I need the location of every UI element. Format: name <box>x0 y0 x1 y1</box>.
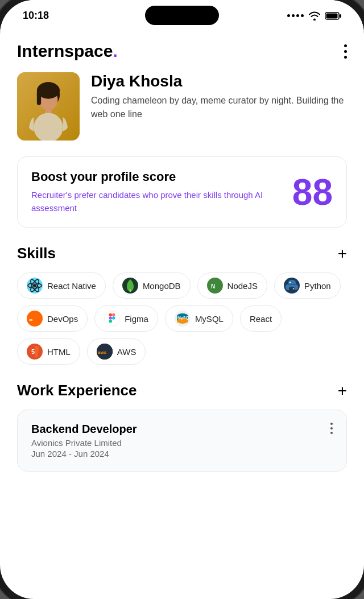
profile-section: Diya Khosla Coding chameleon by day, mem… <box>17 72 347 141</box>
svg-text:N: N <box>211 283 215 290</box>
skills-title: Skills <box>17 245 56 262</box>
work-experience-section: Work Experience + Backend Developer Avio… <box>17 382 347 472</box>
svg-rect-2 <box>326 13 338 18</box>
more-options-button[interactable] <box>344 44 347 59</box>
dynamic-island <box>145 6 219 25</box>
phone-frame: 10:18 Internspace. <box>0 0 364 599</box>
boost-subtitle: Recruiter's prefer candidates who prove … <box>31 189 283 214</box>
svg-rect-22 <box>109 317 113 320</box>
menu-dot <box>344 44 347 47</box>
mysql-icon: MySQL <box>175 311 191 327</box>
skill-label: HTML <box>47 347 71 357</box>
work-dates: Jun 2024 - Jun 2024 <box>31 449 137 458</box>
svg-rect-6 <box>37 90 41 105</box>
devops-icon: ∞ <box>27 311 43 327</box>
skill-label: React <box>250 314 272 324</box>
skill-chip-mongodb[interactable]: MongoDB <box>113 272 191 299</box>
svg-text:aws: aws <box>98 350 107 355</box>
aws-icon: aws <box>97 344 113 360</box>
svg-rect-20 <box>109 313 113 317</box>
boost-card[interactable]: Boost your profile score Recruiter's pre… <box>17 156 347 228</box>
boost-title: Boost your profile score <box>31 170 283 184</box>
skill-chip-mysql[interactable]: MySQL MySQL <box>165 305 233 332</box>
status-bar: 10:18 <box>0 0 364 31</box>
skill-chip-aws[interactable]: aws AWS <box>87 338 146 365</box>
skill-label: AWS <box>117 347 136 357</box>
work-options-button[interactable] <box>330 423 333 434</box>
svg-rect-1 <box>340 14 341 18</box>
work-experience-title: Work Experience <box>17 382 137 399</box>
profile-bio: Coding chameleon by day, meme curator by… <box>91 94 347 121</box>
profile-name: Diya Khosla <box>91 72 347 90</box>
profile-info: Diya Khosla Coding chameleon by day, mem… <box>91 72 347 121</box>
html-icon: 5 <box>27 344 43 360</box>
skill-chip-nodejs[interactable]: N NodeJS <box>197 272 267 299</box>
work-company: Avionics Private Limited <box>31 438 137 448</box>
figma-icon <box>104 311 120 327</box>
svg-rect-23 <box>112 317 115 320</box>
python-icon <box>284 278 300 294</box>
skill-label: Figma <box>125 314 148 324</box>
wifi-icon <box>308 11 321 20</box>
svg-point-17 <box>293 288 294 290</box>
skill-label: React Native <box>47 281 96 291</box>
menu-dot <box>344 56 347 59</box>
boost-text-area: Boost your profile score Recruiter's pre… <box>31 170 283 214</box>
profile-score: 88 <box>292 174 333 210</box>
skill-chip-devops[interactable]: ∞ DevOps <box>17 305 88 332</box>
react-native-icon <box>27 278 43 294</box>
skill-label: NodeJS <box>228 281 258 291</box>
main-content: Internspace. <box>0 31 364 599</box>
mongodb-icon <box>122 278 138 294</box>
svg-text:MySQL: MySQL <box>177 316 191 320</box>
skill-chip-react[interactable]: React <box>240 305 282 332</box>
skill-chip-figma[interactable]: Figma <box>94 305 158 332</box>
skills-header: Skills + <box>17 245 347 262</box>
status-icons <box>287 11 341 20</box>
menu-dot <box>330 423 333 425</box>
skill-label: Python <box>304 281 331 291</box>
skill-label: MySQL <box>195 314 224 324</box>
svg-point-9 <box>33 284 36 287</box>
skills-section: Skills + React Native MongoDB <box>17 245 347 365</box>
avatar-image <box>17 72 80 141</box>
work-experience-header: Work Experience + <box>17 382 347 399</box>
signal-dots-icon <box>287 14 304 17</box>
nodejs-icon: N <box>207 278 223 294</box>
skill-chip-python[interactable]: Python <box>274 272 341 299</box>
work-card-0: Backend Developer Avionics Private Limit… <box>17 410 347 472</box>
work-card-details: Backend Developer Avionics Private Limit… <box>31 423 137 458</box>
svg-rect-21 <box>112 313 115 317</box>
battery-icon <box>325 12 341 20</box>
status-time: 10:18 <box>23 10 49 22</box>
svg-text:5: 5 <box>31 348 35 355</box>
work-title: Backend Developer <box>31 423 137 436</box>
svg-point-8 <box>34 113 63 141</box>
app-header: Internspace. <box>17 31 347 72</box>
add-work-button[interactable]: + <box>338 383 347 399</box>
svg-rect-13 <box>130 289 131 292</box>
add-skill-button[interactable]: + <box>338 246 347 262</box>
svg-text:∞: ∞ <box>29 317 33 323</box>
skills-grid: React Native MongoDB N NodeJS <box>17 272 347 365</box>
skill-chip-react-native[interactable]: React Native <box>17 272 106 299</box>
menu-dot <box>344 50 347 53</box>
skill-label: MongoDB <box>143 281 181 291</box>
avatar <box>17 72 80 141</box>
skill-chip-html[interactable]: 5 HTML <box>17 338 80 365</box>
menu-dot <box>330 432 333 434</box>
skill-label: DevOps <box>47 314 78 324</box>
svg-rect-24 <box>109 320 113 323</box>
svg-point-16 <box>289 282 291 283</box>
menu-dot <box>330 427 333 429</box>
app-title: Internspace. <box>17 42 118 61</box>
